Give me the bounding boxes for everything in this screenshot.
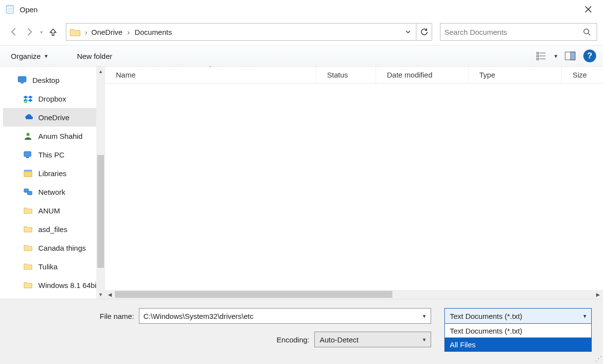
sidebar-item-windows-8-1-64bit[interactable]: Windows 8.1 64bit bbox=[3, 276, 105, 294]
svg-rect-23 bbox=[26, 157, 29, 158]
sidebar-item-tulika[interactable]: Tulika bbox=[3, 257, 105, 276]
up-button[interactable] bbox=[45, 24, 61, 40]
sidebar-item-onedrive[interactable]: OneDrive bbox=[3, 108, 105, 127]
file-list: ˄ Name Status Date modified Type Size ◀ … bbox=[105, 67, 603, 299]
breadcrumb-seg[interactable]: Documents bbox=[133, 28, 174, 36]
chevron-right-icon: › bbox=[124, 28, 133, 36]
svg-rect-28 bbox=[27, 191, 32, 195]
scroll-right-icon[interactable]: ▶ bbox=[593, 290, 603, 299]
encoding-value: Auto-Detect bbox=[320, 336, 358, 344]
file-name-value: C:\Windows\System32\drivers\etc bbox=[143, 312, 253, 320]
sidebar-item-label: Tulika bbox=[38, 262, 57, 271]
search-input[interactable] bbox=[444, 28, 581, 36]
new-folder-button[interactable]: New folder bbox=[73, 50, 116, 62]
file-type-filter[interactable]: Text Documents (*.txt) ▼ Text Documents … bbox=[444, 308, 592, 352]
file-type-filter-selected[interactable]: Text Documents (*.txt) ▼ bbox=[444, 308, 592, 324]
encoding-label: Encoding: bbox=[0, 336, 314, 344]
file-type-option[interactable]: Text Documents (*.txt) bbox=[445, 324, 591, 338]
scroll-up-icon[interactable]: ▲ bbox=[96, 67, 105, 76]
folder-icon bbox=[23, 242, 33, 253]
sidebar-item-libraries[interactable]: Libraries bbox=[3, 164, 105, 182]
sidebar-item-anum[interactable]: ANUM bbox=[3, 201, 105, 220]
help-button[interactable]: ? bbox=[583, 50, 596, 62]
file-list-body[interactable] bbox=[105, 83, 603, 290]
search-icon[interactable] bbox=[581, 28, 593, 36]
svg-line-9 bbox=[588, 33, 590, 35]
file-type-filter-list[interactable]: Text Documents (*.txt)All Files bbox=[444, 324, 592, 352]
svg-point-3 bbox=[10, 6, 11, 7]
sidebar-item-network[interactable]: Network bbox=[3, 182, 105, 201]
view-details-button[interactable] bbox=[533, 49, 550, 63]
scroll-down-icon[interactable]: ▼ bbox=[96, 290, 105, 299]
location-folder-icon[interactable] bbox=[67, 24, 83, 40]
close-button[interactable] bbox=[578, 2, 598, 17]
sidebar-item-this-pc[interactable]: This PC bbox=[3, 145, 105, 164]
sidebar-item-label: Canada things bbox=[38, 244, 86, 252]
svg-rect-26 bbox=[28, 170, 32, 172]
sort-ascending-icon: ˄ bbox=[209, 66, 212, 71]
sidebar-item-label: asd_files bbox=[38, 225, 67, 234]
history-dropdown[interactable]: ▾ bbox=[37, 29, 45, 35]
sidebar-item-label: Network bbox=[38, 188, 65, 196]
breadcrumb-seg[interactable]: OneDrive bbox=[89, 28, 124, 36]
svg-rect-18 bbox=[18, 77, 26, 82]
svg-rect-22 bbox=[24, 152, 31, 156]
view-dropdown[interactable]: ▼ bbox=[552, 49, 560, 63]
column-status[interactable]: Status bbox=[316, 67, 376, 83]
scrollbar-thumb[interactable] bbox=[115, 291, 392, 298]
svg-rect-17 bbox=[571, 52, 575, 60]
back-button[interactable] bbox=[6, 24, 22, 40]
svg-rect-12 bbox=[537, 58, 539, 60]
column-headers: ˄ Name Status Date modified Type Size bbox=[105, 67, 603, 83]
svg-point-1 bbox=[7, 6, 8, 7]
file-type-option[interactable]: All Files bbox=[445, 338, 591, 351]
chevron-down-icon: ▼ bbox=[422, 337, 427, 342]
svg-point-21 bbox=[27, 133, 29, 136]
column-size[interactable]: Size bbox=[562, 67, 603, 83]
window-title: Open bbox=[20, 5, 38, 14]
column-type[interactable]: Type bbox=[468, 67, 562, 83]
chevron-down-icon[interactable]: ▼ bbox=[422, 313, 427, 319]
title-bar: Open bbox=[0, 0, 603, 19]
forward-button[interactable] bbox=[22, 24, 37, 40]
sidebar: DesktopDropboxOneDriveAnum ShahidThis PC… bbox=[0, 67, 105, 299]
sidebar-scrollbar[interactable]: ▲ ▼ bbox=[96, 67, 105, 299]
search-box[interactable] bbox=[440, 23, 597, 41]
scroll-left-icon[interactable]: ◀ bbox=[105, 290, 115, 299]
sidebar-item-anum-shahid[interactable]: Anum Shahid bbox=[3, 127, 105, 145]
sidebar-item-label: ANUM bbox=[38, 207, 60, 215]
folder-icon bbox=[23, 205, 33, 216]
chevron-down-icon: ▼ bbox=[582, 313, 587, 319]
address-dropdown[interactable] bbox=[400, 24, 416, 40]
sidebar-item-asd-files[interactable]: asd_files bbox=[3, 220, 105, 238]
notepad-icon bbox=[5, 4, 15, 14]
sidebar-item-dropbox[interactable]: Dropbox bbox=[3, 89, 105, 108]
svg-rect-19 bbox=[21, 82, 24, 83]
sidebar-item-label: Libraries bbox=[38, 169, 67, 178]
folder-icon bbox=[23, 261, 33, 272]
svg-point-2 bbox=[8, 6, 9, 7]
resize-grip: ⋰ bbox=[595, 356, 602, 363]
sidebar-item-canada-things[interactable]: Canada things bbox=[3, 238, 105, 257]
sidebar-item-desktop[interactable]: Desktop bbox=[3, 71, 105, 89]
sidebar-item-label: OneDrive bbox=[38, 113, 69, 122]
encoding-select[interactable]: Auto-Detect ▼ bbox=[314, 332, 431, 347]
folder-icon bbox=[23, 280, 33, 290]
svg-rect-25 bbox=[24, 170, 28, 172]
preview-pane-button[interactable] bbox=[562, 49, 578, 63]
sidebar-item-label: This PC bbox=[38, 151, 64, 159]
refresh-button[interactable] bbox=[416, 24, 432, 40]
column-date-modified[interactable]: Date modified bbox=[376, 67, 468, 83]
svg-point-20 bbox=[24, 100, 27, 103]
onedrive-icon bbox=[23, 112, 33, 123]
organize-button[interactable]: Organize ▼ bbox=[7, 50, 53, 62]
horizontal-scrollbar[interactable]: ◀ ▶ bbox=[105, 290, 603, 299]
svg-point-4 bbox=[11, 6, 12, 7]
scrollbar-thumb[interactable] bbox=[97, 155, 104, 268]
column-name[interactable]: ˄ Name bbox=[105, 67, 316, 83]
file-name-input[interactable]: C:\Windows\System32\drivers\etc ▼ bbox=[139, 308, 431, 324]
breadcrumb[interactable]: OneDrive › Documents bbox=[89, 24, 400, 40]
pc-icon bbox=[23, 149, 33, 160]
svg-rect-11 bbox=[537, 55, 539, 57]
address-bar[interactable]: › OneDrive › Documents bbox=[66, 23, 432, 41]
